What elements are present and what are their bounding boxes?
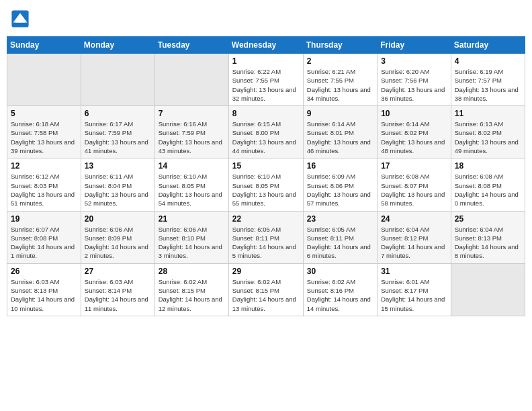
day-cell bbox=[451, 263, 525, 316]
calendar-header-row: SundayMondayTuesdayWednesdayThursdayFrid… bbox=[7, 37, 525, 54]
day-info: Sunrise: 6:10 AMSunset: 8:05 PMDaylight:… bbox=[159, 172, 225, 208]
logo bbox=[11, 9, 32, 28]
day-cell: 23Sunrise: 6:05 AMSunset: 8:11 PMDayligh… bbox=[303, 211, 377, 263]
day-cell: 25Sunrise: 6:04 AMSunset: 8:13 PMDayligh… bbox=[451, 211, 525, 263]
week-row-1: 1Sunrise: 6:22 AMSunset: 7:55 PMDaylight… bbox=[7, 54, 525, 106]
day-number: 20 bbox=[85, 214, 151, 224]
day-cell: 7Sunrise: 6:16 AMSunset: 7:59 PMDaylight… bbox=[154, 106, 228, 158]
day-info: Sunrise: 6:12 AMSunset: 8:03 PMDaylight:… bbox=[11, 172, 77, 208]
day-info: Sunrise: 6:16 AMSunset: 7:59 PMDaylight:… bbox=[159, 120, 225, 155]
day-info: Sunrise: 6:04 AMSunset: 8:13 PMDaylight:… bbox=[455, 225, 521, 261]
day-number: 11 bbox=[455, 109, 521, 118]
day-cell: 21Sunrise: 6:06 AMSunset: 8:10 PMDayligh… bbox=[154, 211, 228, 263]
day-info: Sunrise: 6:08 AMSunset: 8:07 PMDaylight:… bbox=[381, 172, 447, 208]
day-number: 17 bbox=[381, 161, 447, 171]
day-cell: 13Sunrise: 6:11 AMSunset: 8:04 PMDayligh… bbox=[81, 158, 154, 211]
day-number: 28 bbox=[159, 267, 225, 276]
day-header-thursday: Thursday bbox=[303, 37, 377, 54]
day-header-monday: Monday bbox=[81, 37, 154, 54]
day-info: Sunrise: 6:20 AMSunset: 7:56 PMDaylight:… bbox=[381, 67, 447, 103]
day-cell: 20Sunrise: 6:06 AMSunset: 8:09 PMDayligh… bbox=[81, 211, 154, 263]
day-header-sunday: Sunday bbox=[7, 37, 81, 54]
day-info: Sunrise: 6:19 AMSunset: 7:57 PMDaylight:… bbox=[455, 67, 521, 103]
day-cell: 8Sunrise: 6:15 AMSunset: 8:00 PMDaylight… bbox=[228, 106, 303, 158]
day-cell: 27Sunrise: 6:03 AMSunset: 8:14 PMDayligh… bbox=[81, 263, 154, 316]
day-cell: 2Sunrise: 6:21 AMSunset: 7:55 PMDaylight… bbox=[303, 54, 377, 106]
day-cell: 6Sunrise: 6:17 AMSunset: 7:59 PMDaylight… bbox=[81, 106, 154, 158]
day-info: Sunrise: 6:13 AMSunset: 8:02 PMDaylight:… bbox=[455, 120, 521, 155]
day-cell: 12Sunrise: 6:12 AMSunset: 8:03 PMDayligh… bbox=[7, 158, 81, 211]
day-number: 4 bbox=[455, 56, 521, 66]
day-number: 8 bbox=[232, 109, 300, 118]
day-number: 24 bbox=[381, 214, 447, 224]
day-info: Sunrise: 6:04 AMSunset: 8:12 PMDaylight:… bbox=[381, 225, 447, 261]
day-number: 18 bbox=[455, 161, 521, 171]
svg-rect-2 bbox=[15, 21, 25, 23]
week-row-3: 12Sunrise: 6:12 AMSunset: 8:03 PMDayligh… bbox=[7, 158, 525, 211]
day-info: Sunrise: 6:11 AMSunset: 8:04 PMDaylight:… bbox=[85, 172, 151, 208]
day-cell: 18Sunrise: 6:08 AMSunset: 8:08 PMDayligh… bbox=[451, 158, 525, 211]
day-cell bbox=[81, 54, 154, 106]
day-info: Sunrise: 6:17 AMSunset: 7:59 PMDaylight:… bbox=[85, 120, 151, 155]
day-info: Sunrise: 6:14 AMSunset: 8:02 PMDaylight:… bbox=[381, 120, 447, 155]
week-row-4: 19Sunrise: 6:07 AMSunset: 8:08 PMDayligh… bbox=[7, 211, 525, 263]
day-info: Sunrise: 6:06 AMSunset: 8:10 PMDaylight:… bbox=[159, 225, 225, 261]
day-header-tuesday: Tuesday bbox=[154, 37, 228, 54]
day-cell: 4Sunrise: 6:19 AMSunset: 7:57 PMDaylight… bbox=[451, 54, 525, 106]
day-header-saturday: Saturday bbox=[451, 37, 525, 54]
day-number: 2 bbox=[307, 56, 373, 66]
logo-icon bbox=[11, 9, 30, 28]
day-info: Sunrise: 6:01 AMSunset: 8:17 PMDaylight:… bbox=[381, 277, 447, 313]
page-header bbox=[7, 7, 525, 31]
day-number: 7 bbox=[159, 109, 225, 118]
day-cell: 1Sunrise: 6:22 AMSunset: 7:55 PMDaylight… bbox=[228, 54, 303, 106]
day-info: Sunrise: 6:07 AMSunset: 8:08 PMDaylight:… bbox=[11, 225, 77, 261]
day-number: 19 bbox=[11, 214, 77, 224]
day-info: Sunrise: 6:02 AMSunset: 8:15 PMDaylight:… bbox=[232, 277, 300, 313]
day-info: Sunrise: 6:18 AMSunset: 7:58 PMDaylight:… bbox=[11, 120, 77, 155]
day-cell: 14Sunrise: 6:10 AMSunset: 8:05 PMDayligh… bbox=[154, 158, 228, 211]
day-cell: 26Sunrise: 6:03 AMSunset: 8:13 PMDayligh… bbox=[7, 263, 81, 316]
day-number: 21 bbox=[159, 214, 225, 224]
day-cell: 29Sunrise: 6:02 AMSunset: 8:15 PMDayligh… bbox=[228, 263, 303, 316]
day-cell: 31Sunrise: 6:01 AMSunset: 8:17 PMDayligh… bbox=[378, 263, 451, 316]
day-number: 31 bbox=[381, 267, 447, 276]
day-number: 29 bbox=[232, 267, 300, 276]
day-number: 27 bbox=[85, 267, 151, 276]
day-info: Sunrise: 6:06 AMSunset: 8:09 PMDaylight:… bbox=[85, 225, 151, 261]
day-cell: 9Sunrise: 6:14 AMSunset: 8:01 PMDaylight… bbox=[303, 106, 377, 158]
day-info: Sunrise: 6:03 AMSunset: 8:13 PMDaylight:… bbox=[11, 277, 77, 313]
day-number: 3 bbox=[381, 56, 447, 66]
day-cell: 24Sunrise: 6:04 AMSunset: 8:12 PMDayligh… bbox=[378, 211, 451, 263]
day-number: 25 bbox=[455, 214, 521, 224]
day-info: Sunrise: 6:08 AMSunset: 8:08 PMDaylight:… bbox=[455, 172, 521, 208]
day-info: Sunrise: 6:10 AMSunset: 8:05 PMDaylight:… bbox=[232, 172, 300, 208]
day-number: 26 bbox=[11, 267, 77, 276]
day-number: 15 bbox=[232, 161, 300, 171]
day-number: 22 bbox=[232, 214, 300, 224]
day-cell: 3Sunrise: 6:20 AMSunset: 7:56 PMDaylight… bbox=[378, 54, 451, 106]
day-info: Sunrise: 6:05 AMSunset: 8:11 PMDaylight:… bbox=[307, 225, 373, 261]
day-cell: 11Sunrise: 6:13 AMSunset: 8:02 PMDayligh… bbox=[451, 106, 525, 158]
day-cell: 22Sunrise: 6:05 AMSunset: 8:11 PMDayligh… bbox=[228, 211, 303, 263]
day-number: 16 bbox=[307, 161, 373, 171]
day-cell: 10Sunrise: 6:14 AMSunset: 8:02 PMDayligh… bbox=[378, 106, 451, 158]
day-number: 6 bbox=[85, 109, 151, 118]
day-number: 13 bbox=[85, 161, 151, 171]
day-number: 10 bbox=[381, 109, 447, 118]
week-row-5: 26Sunrise: 6:03 AMSunset: 8:13 PMDayligh… bbox=[7, 263, 525, 316]
day-number: 30 bbox=[307, 267, 373, 276]
week-row-2: 5Sunrise: 6:18 AMSunset: 7:58 PMDaylight… bbox=[7, 106, 525, 158]
day-number: 1 bbox=[232, 56, 300, 66]
day-info: Sunrise: 6:02 AMSunset: 8:16 PMDaylight:… bbox=[307, 277, 373, 313]
day-header-friday: Friday bbox=[378, 37, 451, 54]
day-cell: 5Sunrise: 6:18 AMSunset: 7:58 PMDaylight… bbox=[7, 106, 81, 158]
day-number: 14 bbox=[159, 161, 225, 171]
day-info: Sunrise: 6:03 AMSunset: 8:14 PMDaylight:… bbox=[85, 277, 151, 313]
day-info: Sunrise: 6:14 AMSunset: 8:01 PMDaylight:… bbox=[307, 120, 373, 155]
day-header-wednesday: Wednesday bbox=[228, 37, 303, 54]
day-info: Sunrise: 6:22 AMSunset: 7:55 PMDaylight:… bbox=[232, 67, 300, 103]
day-cell: 15Sunrise: 6:10 AMSunset: 8:05 PMDayligh… bbox=[228, 158, 303, 211]
day-info: Sunrise: 6:09 AMSunset: 8:06 PMDaylight:… bbox=[307, 172, 373, 208]
day-cell: 16Sunrise: 6:09 AMSunset: 8:06 PMDayligh… bbox=[303, 158, 377, 211]
